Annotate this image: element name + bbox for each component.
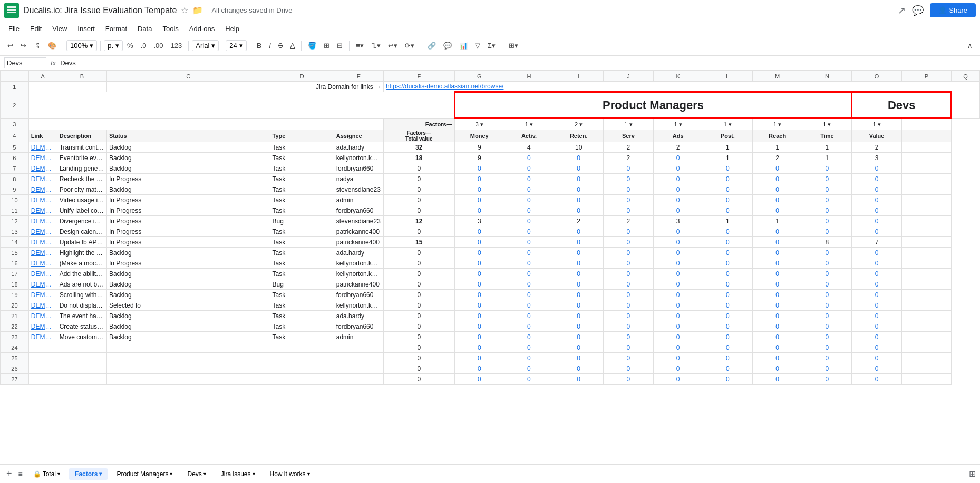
cell-status-20[interactable] bbox=[106, 353, 270, 363]
cell-k-7[interactable]: 3 bbox=[653, 216, 703, 226]
cell-link-17[interactable]: DEMO-20 bbox=[28, 321, 57, 332]
tab-how-dropdown[interactable]: ▾ bbox=[307, 471, 310, 477]
cell-m-19[interactable]: 0 bbox=[753, 342, 802, 353]
cell-o-19[interactable]: 0 bbox=[852, 342, 901, 353]
cell-link-7[interactable]: DEMO-7 bbox=[28, 216, 57, 226]
cell-total-6[interactable]: 0 bbox=[383, 205, 454, 216]
cell-i-12[interactable]: 0 bbox=[554, 269, 604, 279]
cell-status-4[interactable]: Backlog bbox=[106, 184, 270, 195]
cell-k-10[interactable]: 0 bbox=[653, 248, 703, 258]
cell-p-16[interactable] bbox=[901, 311, 951, 321]
grid-scroll-area[interactable]: A B C D E F G H I J K L M N O P Q bbox=[0, 71, 980, 464]
col-header-b[interactable]: B bbox=[57, 71, 106, 82]
cell-g-18[interactable]: 0 bbox=[454, 332, 504, 342]
cell-n-10[interactable]: 0 bbox=[802, 248, 852, 258]
cell-assignee-15[interactable]: kellynorton.kelly bbox=[334, 300, 383, 311]
cell-m-5[interactable]: 0 bbox=[753, 195, 802, 205]
cell-total-14[interactable]: 0 bbox=[383, 290, 454, 300]
cell-k-2[interactable]: 0 bbox=[653, 163, 703, 174]
cell-assignee-6[interactable]: fordbryan660 bbox=[334, 205, 383, 216]
cell-link-2[interactable]: DEMO-5 bbox=[28, 163, 57, 174]
chart-button[interactable]: 📊 bbox=[456, 40, 471, 52]
folder-icon[interactable]: 📁 bbox=[192, 5, 203, 15]
cell-m-6[interactable]: 0 bbox=[753, 205, 802, 216]
cell-m-15[interactable]: 0 bbox=[753, 300, 802, 311]
cell-total-15[interactable]: 0 bbox=[383, 300, 454, 311]
cell-p-11[interactable] bbox=[901, 258, 951, 269]
cell-n-15[interactable]: 0 bbox=[802, 300, 852, 311]
cell-total-22[interactable]: 0 bbox=[383, 374, 454, 385]
cell-link-6[interactable]: DEMO-10 bbox=[28, 205, 57, 216]
cell-status-12[interactable]: Backlog bbox=[106, 269, 270, 279]
cell-h-3[interactable]: 0 bbox=[504, 174, 554, 184]
cell-j-15[interactable]: 0 bbox=[604, 300, 653, 311]
cell-status-18[interactable]: Backlog bbox=[106, 332, 270, 342]
col-header-k[interactable]: K bbox=[653, 71, 703, 82]
col-header-q[interactable]: Q bbox=[951, 71, 979, 82]
cell-h-9[interactable]: 0 bbox=[504, 237, 554, 248]
cell-i-19[interactable]: 0 bbox=[554, 342, 604, 353]
cell-j-2[interactable]: 0 bbox=[604, 163, 653, 174]
cell-total-9[interactable]: 15 bbox=[383, 237, 454, 248]
cell-desc-19[interactable] bbox=[57, 342, 106, 353]
cell-desc-16[interactable]: The event has no EB price bbox=[57, 311, 106, 321]
cell-m-16[interactable]: 0 bbox=[753, 311, 802, 321]
italic-button[interactable]: I bbox=[266, 40, 274, 52]
cell-j-16[interactable]: 0 bbox=[604, 311, 653, 321]
cell-o-12[interactable]: 0 bbox=[852, 269, 901, 279]
cell-o-16[interactable]: 0 bbox=[852, 311, 901, 321]
cell-i-7[interactable]: 2 bbox=[554, 216, 604, 226]
r1-b[interactable] bbox=[57, 82, 106, 92]
cell-j-19[interactable]: 0 bbox=[604, 342, 653, 353]
cell-type-5[interactable]: Task bbox=[270, 195, 334, 205]
cell-h-13[interactable]: 0 bbox=[504, 279, 554, 290]
cell-m-20[interactable]: 0 bbox=[753, 353, 802, 363]
underline-button[interactable]: A bbox=[287, 40, 298, 52]
cell-assignee-13[interactable]: patrickanne400 bbox=[334, 279, 383, 290]
cell-m-3[interactable]: 0 bbox=[753, 174, 802, 184]
cell-o-0[interactable]: 2 bbox=[852, 142, 901, 153]
cell-assignee-5[interactable]: admin bbox=[334, 195, 383, 205]
cell-m-21[interactable]: 0 bbox=[753, 363, 802, 374]
cell-k-8[interactable]: 0 bbox=[653, 226, 703, 237]
tab-pm-dropdown[interactable]: ▾ bbox=[170, 471, 172, 477]
cell-o-8[interactable]: 0 bbox=[852, 226, 901, 237]
cell-h-5[interactable]: 0 bbox=[504, 195, 554, 205]
cell-l-21[interactable]: 0 bbox=[703, 363, 752, 374]
cell-j-1[interactable]: 2 bbox=[604, 153, 653, 163]
cell-n-8[interactable]: 0 bbox=[802, 226, 852, 237]
cell-desc-22[interactable] bbox=[57, 374, 106, 385]
format-dropdown[interactable]: p. ▾ bbox=[104, 40, 123, 51]
cell-l-4[interactable]: 0 bbox=[703, 184, 752, 195]
cell-l-2[interactable]: 0 bbox=[703, 163, 752, 174]
cell-g-19[interactable]: 0 bbox=[454, 342, 504, 353]
cell-status-5[interactable]: In Progress bbox=[106, 195, 270, 205]
cell-type-0[interactable]: Task bbox=[270, 142, 334, 153]
cell-assignee-9[interactable]: patrickanne400 bbox=[334, 237, 383, 248]
cell-h-2[interactable]: 0 bbox=[504, 163, 554, 174]
cell-m-13[interactable]: 0 bbox=[753, 279, 802, 290]
cell-link-22[interactable] bbox=[28, 374, 57, 385]
cell-status-0[interactable]: Backlog bbox=[106, 142, 270, 153]
cell-type-16[interactable]: Task bbox=[270, 311, 334, 321]
cell-k-17[interactable]: 0 bbox=[653, 321, 703, 332]
cell-h-21[interactable]: 0 bbox=[504, 363, 554, 374]
cell-link-0[interactable]: DEMO-3 bbox=[28, 142, 57, 153]
cell-i-10[interactable]: 0 bbox=[554, 248, 604, 258]
font-dropdown[interactable]: Arial ▾ bbox=[192, 40, 219, 51]
cell-type-2[interactable]: Task bbox=[270, 163, 334, 174]
cell-k-15[interactable]: 0 bbox=[653, 300, 703, 311]
cell-j-7[interactable]: 2 bbox=[604, 216, 653, 226]
col-header-m[interactable]: M bbox=[753, 71, 802, 82]
cell-g-17[interactable]: 0 bbox=[454, 321, 504, 332]
cell-m-8[interactable]: 0 bbox=[753, 226, 802, 237]
cell-type-10[interactable]: Task bbox=[270, 248, 334, 258]
cell-k-12[interactable]: 0 bbox=[653, 269, 703, 279]
fontsize-dropdown[interactable]: 24 ▾ bbox=[226, 40, 246, 51]
cell-status-16[interactable]: Backlog bbox=[106, 311, 270, 321]
cell-n-2[interactable]: 0 bbox=[802, 163, 852, 174]
share-button[interactable]: 👤 Share bbox=[930, 3, 976, 17]
cell-desc-5[interactable]: Video usage in Facebook ads bbox=[57, 195, 106, 205]
cell-l-16[interactable]: 0 bbox=[703, 311, 752, 321]
cell-h-17[interactable]: 0 bbox=[504, 321, 554, 332]
